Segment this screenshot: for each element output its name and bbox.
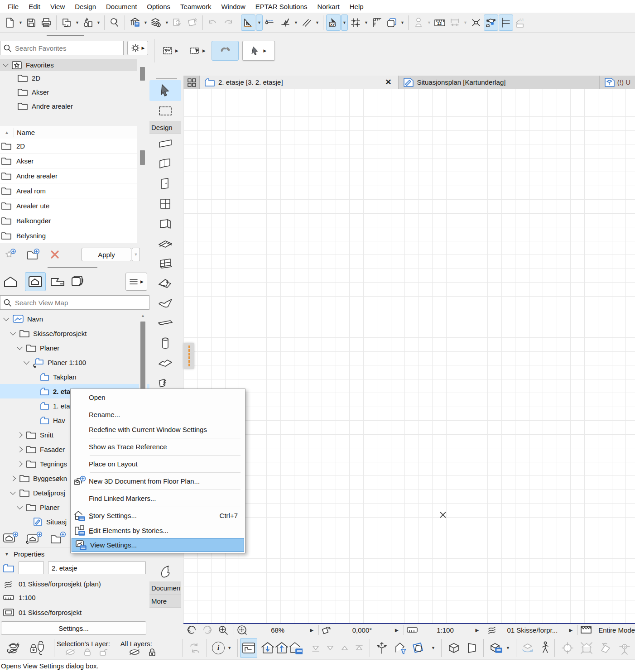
explode-button[interactable] <box>185 14 200 31</box>
context-menu-item-story-settings[interactable]: Story Settings...Ctrl+7 <box>71 508 245 523</box>
story-settings-nav-icon[interactable] <box>288 641 303 655</box>
ruler-button[interactable] <box>370 14 384 31</box>
toggle-lock-icon[interactable] <box>29 640 45 656</box>
view-name-field[interactable]: 2. etasje <box>48 562 146 574</box>
selection-hide-icon[interactable] <box>65 649 76 655</box>
orientation-flyout-icon[interactable]: ▶ <box>392 628 401 633</box>
menu-file[interactable]: File <box>3 1 24 12</box>
layer-combo-flyout-icon[interactable]: ▶ <box>566 628 575 633</box>
project-chooser-dropdown[interactable]: ▼ <box>143 20 149 25</box>
project-map-icon[interactable] <box>3 275 19 288</box>
orbit-icon[interactable] <box>521 642 535 654</box>
context-menu-item-view-settings[interactable]: View Settings... <box>72 538 244 552</box>
context-menu-item-new-3d-document-from-floor-plan[interactable]: New 3D Document from Floor Plan... <box>71 474 245 489</box>
snap-points-button[interactable] <box>278 14 293 31</box>
view-map-search[interactable] <box>0 295 149 310</box>
tool-corner-window[interactable] <box>149 214 181 234</box>
favorites-root-row[interactable]: Favorites <box>0 59 137 71</box>
selection-unlock-icon[interactable] <box>99 648 107 656</box>
chevron-down-icon[interactable] <box>17 504 23 509</box>
menu-eptar-solutions[interactable]: EPTAR Solutions <box>250 1 313 12</box>
tool-curtain-wall[interactable] <box>149 254 181 274</box>
context-menu-item-redefine-with-current-window-settings[interactable]: Redefine with Current Window Settings <box>71 422 245 437</box>
publisher-sets-icon[interactable] <box>69 275 86 288</box>
tool-door[interactable] <box>149 174 181 194</box>
favorite-item-2d[interactable]: 2D <box>0 139 137 154</box>
chevron-down-icon[interactable] <box>3 315 9 321</box>
orientation-control[interactable]: 0,000° ▶ <box>321 624 401 636</box>
toolbox-section-design[interactable]: Design <box>149 121 181 134</box>
zoom-level-control[interactable]: 68% ▶ <box>236 624 316 636</box>
new-document-button[interactable] <box>3 14 17 31</box>
toolbox-section-more[interactable]: More <box>149 595 181 608</box>
perspective-icon[interactable] <box>466 641 478 655</box>
tool-slab[interactable] <box>149 353 181 373</box>
zoom-back-icon[interactable] <box>186 625 197 635</box>
save-clone-folder-icon[interactable] <box>25 531 43 545</box>
walk-mode-icon[interactable] <box>540 641 549 655</box>
arrow-tool-button[interactable]: ▶ <box>242 41 275 61</box>
favorites-search-input[interactable] <box>14 44 120 53</box>
favorite-item-andre-arealer[interactable]: Andre arealer <box>0 168 137 183</box>
favorite-item-akser[interactable]: Akser <box>0 154 137 168</box>
tool-morph[interactable] <box>149 562 181 581</box>
find-select-button[interactable] <box>107 14 122 31</box>
undo-button[interactable] <box>206 14 220 31</box>
context-menu-item-rename[interactable]: Rename... <box>71 407 245 422</box>
axonometry-icon[interactable] <box>447 641 461 655</box>
nav-down-extreme-icon[interactable] <box>311 644 320 652</box>
grid-snap-dropdown[interactable]: ▼ <box>363 20 369 25</box>
navigator-menu-button[interactable]: ▶ <box>125 273 147 291</box>
copy-drawing-button[interactable] <box>59 14 74 31</box>
tool-marquee[interactable] <box>149 101 181 121</box>
favorites-search[interactable] <box>0 41 124 55</box>
element-info-control[interactable]: i ▼ <box>209 642 235 654</box>
favorite-item-belysning[interactable]: Belysning <box>0 228 137 243</box>
toggle-visibility-icon[interactable] <box>6 640 22 656</box>
floor-plan-canvas[interactable] <box>183 89 635 623</box>
marquee-tool-button[interactable]: ▶ <box>184 41 211 61</box>
layer-combination-row[interactable]: 01 Skisse/forprosjekt (plan) <box>0 579 149 589</box>
3d-filter-icon[interactable] <box>393 641 407 655</box>
menu-design[interactable]: Design <box>70 1 101 12</box>
nav-up-extreme-icon[interactable] <box>355 644 364 652</box>
3d-settings-icon[interactable] <box>489 642 503 654</box>
chevron-down-icon[interactable] <box>17 344 23 350</box>
intersection-button[interactable] <box>469 14 483 31</box>
tree-item-takplan[interactable]: Takplan <box>0 370 149 384</box>
favorites-folder-andre-arealer[interactable]: Andre arealer <box>0 99 137 113</box>
tool-arrow[interactable] <box>149 80 181 101</box>
chevron-right-icon[interactable] <box>10 475 16 481</box>
update-drawings-button[interactable] <box>170 14 185 31</box>
menu-norkart[interactable]: Norkart <box>313 1 345 12</box>
auto-dimension-button[interactable] <box>447 14 462 31</box>
apply-button[interactable]: Apply <box>82 248 131 261</box>
tool-skylight[interactable] <box>149 234 181 254</box>
nav-down-icon[interactable] <box>326 644 335 652</box>
auto-dimension-dropdown[interactable]: ▼ <box>462 20 468 25</box>
favorites-table-header[interactable]: ▲ Name <box>0 126 137 139</box>
view-map-search-input[interactable] <box>14 298 146 307</box>
view-id-field[interactable] <box>19 562 44 574</box>
favorites-folder-akser[interactable]: Akser <box>0 85 137 99</box>
tool-double-panel[interactable] <box>149 154 181 174</box>
settings-button[interactable]: Settings... <box>1 621 146 635</box>
save-button[interactable] <box>24 14 38 31</box>
edit-handle[interactable] <box>183 343 194 369</box>
tab-overflow[interactable]: (!) U <box>600 76 635 89</box>
marquee-select-tool-button[interactable]: ▶ <box>157 41 183 61</box>
element-snap-toggle[interactable] <box>484 14 498 31</box>
tool-shell[interactable] <box>149 293 181 313</box>
favorites-settings-button[interactable]: ▶ <box>127 41 148 55</box>
tree-item-planer[interactable]: Planer <box>0 341 149 355</box>
layout-book-icon[interactable] <box>48 275 67 288</box>
snap-points-dropdown[interactable]: ▼ <box>293 20 299 25</box>
pen-set-row[interactable]: 01 Skisse/forprosjekt <box>0 608 149 617</box>
publish-button[interactable] <box>81 14 95 31</box>
magnet-toggle[interactable] <box>212 41 239 61</box>
zoom-flyout-icon[interactable]: ▶ <box>308 628 317 633</box>
favorites-folder-2d[interactable]: 2D <box>0 71 137 85</box>
save-current-view-icon[interactable] <box>3 531 19 545</box>
menu-view[interactable]: View <box>45 1 70 12</box>
menu-help[interactable]: Help <box>345 1 369 12</box>
